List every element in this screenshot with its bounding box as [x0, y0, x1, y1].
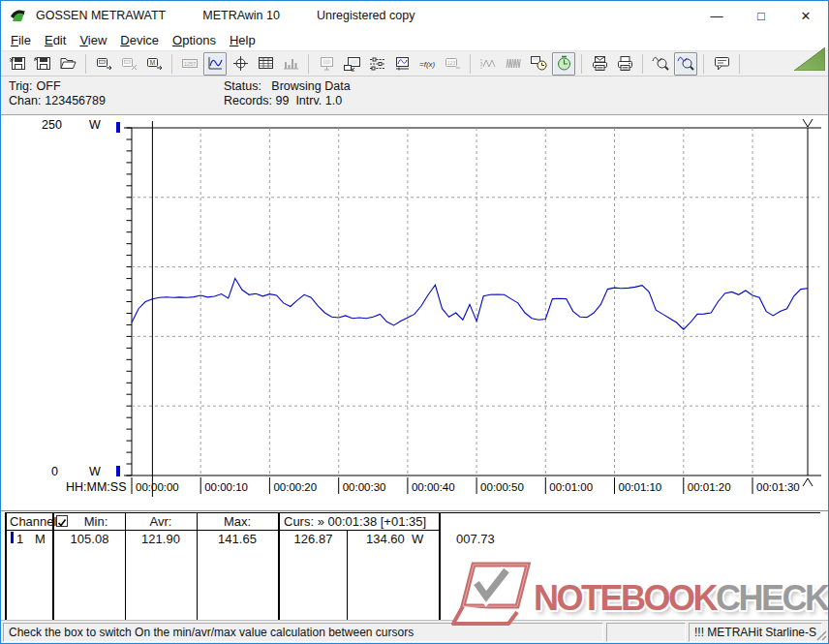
save-data-icon[interactable] — [6, 52, 29, 76]
svg-text:00:00:30: 00:00:30 — [343, 481, 386, 493]
title-brand: GOSSEN METRAWATT — [36, 9, 166, 22]
svg-text:00:00:50: 00:00:50 — [480, 481, 524, 493]
toolbar-separator — [739, 54, 740, 74]
svg-text:00:01:10: 00:01:10 — [619, 481, 662, 493]
svg-text:M: M — [149, 59, 154, 66]
open-file-icon[interactable] — [56, 52, 79, 76]
svg-text:00:00:00: 00:00:00 — [136, 481, 179, 493]
interval-value: 1.0 — [325, 94, 342, 107]
channel-marker-bottom — [116, 466, 120, 476]
device-stop-icon — [117, 52, 140, 76]
cursor-2-bottom-marker[interactable] — [803, 478, 813, 486]
watermark-word2: CHECK — [716, 581, 828, 616]
notebookcheck-watermark: NOTEBOOKCHECK — [450, 562, 828, 634]
menubar: FileEditViewDeviceOptionsHelp — [1, 30, 828, 50]
svg-text:00:01:00: 00:01:00 — [549, 481, 593, 493]
toolbar-separator — [308, 54, 309, 74]
cursor-column-header: Curs: » 00:01:38 [+01:35] — [284, 514, 426, 529]
notebookcheck-laptop-icon — [450, 562, 532, 634]
toolbar-buttons: M1257=f(x)123 — [5, 52, 745, 76]
svg-text:00:01:30: 00:01:30 — [756, 481, 800, 493]
power-trace — [132, 279, 808, 330]
toolbar-separator — [642, 54, 643, 74]
toolbar-separator — [85, 54, 86, 74]
menu-item-device[interactable]: Device — [118, 31, 169, 50]
delta-value: 007.73 — [456, 532, 495, 546]
status-value: Browsing Data — [271, 79, 350, 93]
timer-run-icon[interactable] — [552, 52, 575, 76]
acquisition-info-panel: Trig:OFF Chan:123456789 Status: Browsing… — [1, 77, 828, 115]
zoom-pan-icon[interactable] — [649, 52, 672, 76]
trig-label: Trig: — [9, 79, 33, 93]
read-device-icon[interactable] — [340, 52, 363, 76]
device-memory-icon[interactable]: M — [142, 52, 166, 76]
print-icon[interactable] — [613, 52, 636, 76]
channel-marker-top — [116, 122, 120, 133]
save-as-icon[interactable] — [31, 52, 54, 76]
numeric-display-icon: 1257 — [178, 52, 201, 76]
toolbar-separator — [581, 54, 582, 74]
check-icon — [57, 518, 67, 528]
channel-column-header: Channel: — [10, 514, 60, 529]
records-value: 99 — [276, 94, 290, 107]
toolbar-separator — [703, 54, 704, 74]
avr-value: 121.90 — [125, 532, 197, 546]
channel-number: 1 — [16, 532, 23, 546]
status-label: Status: — [224, 79, 261, 93]
menu-item-file[interactable]: File — [9, 31, 41, 50]
formula-icon[interactable]: =f(x) — [415, 52, 439, 76]
chan-label: Chan: — [9, 94, 41, 107]
y-axis-unit-top: W — [89, 118, 101, 132]
minmax-checkbox[interactable] — [56, 515, 68, 527]
maximize-button[interactable]: □ — [739, 9, 783, 23]
print-report-icon[interactable] — [588, 52, 611, 76]
menu-item-help[interactable]: Help — [228, 31, 265, 50]
title-license: Unregistered copy — [317, 9, 414, 22]
cursor-tool-icon[interactable] — [229, 52, 252, 76]
channel-mode: M — [35, 532, 46, 546]
device-send-icon[interactable] — [92, 52, 115, 76]
svg-text:00:00:10: 00:00:10 — [204, 481, 248, 493]
close-button[interactable]: ✕ — [783, 9, 828, 23]
live-view-icon[interactable] — [390, 52, 414, 76]
cursor2-value: 134.60 W — [366, 532, 423, 546]
histogram-view-icon — [279, 52, 302, 76]
svg-text:00:00:20: 00:00:20 — [273, 481, 317, 493]
interval-label: Intrv. — [295, 94, 322, 107]
menu-item-edit[interactable]: Edit — [43, 31, 76, 50]
cursor2-unit: W — [412, 532, 423, 546]
chart-area: 00:00:0000:00:1000:00:2000:00:3000:00:40… — [1, 115, 829, 510]
trig-value: OFF — [37, 79, 61, 93]
records-label: Records: — [224, 94, 272, 107]
svg-text:=f(x): =f(x) — [419, 60, 436, 69]
min-column-header: Min: — [69, 514, 123, 529]
toolbar: M1257=f(x)123 — [1, 50, 828, 77]
wave-dense-icon — [502, 52, 525, 76]
cursor-2-top-marker[interactable] — [803, 119, 813, 127]
svg-text:1257: 1257 — [183, 61, 195, 67]
toolbar-separator — [171, 54, 172, 74]
time-axis-label: HH:MM:SS — [66, 480, 127, 494]
wave-min-icon — [476, 52, 500, 76]
y-axis-unit-bottom: W — [89, 465, 101, 478]
title-app: METRAwin 10 — [202, 9, 280, 22]
minimize-button[interactable]: — — [694, 9, 739, 23]
zoom-select-icon[interactable] — [674, 52, 697, 76]
titlebar: GOSSEN METRAWATT METRAwin 10 Unregistere… — [1, 1, 828, 30]
table-view-icon[interactable] — [254, 52, 277, 76]
channel-setup-icon[interactable] — [365, 52, 388, 76]
svg-text:123: 123 — [446, 60, 455, 66]
menu-item-options[interactable]: Options — [170, 31, 226, 50]
menu-item-view[interactable]: View — [77, 31, 116, 50]
metrawin-window: GOSSEN METRAWATT METRAwin 10 Unregistere… — [0, 0, 829, 644]
channel-color-marker — [11, 532, 14, 543]
screen-copy-icon — [315, 52, 338, 76]
gmc-triangle-logo-icon — [794, 47, 825, 74]
chart-canvas[interactable]: 00:00:0000:00:1000:00:2000:00:3000:00:40… — [1, 115, 829, 510]
chart-view-icon[interactable] — [203, 52, 227, 76]
svg-text:00:00:40: 00:00:40 — [412, 481, 455, 493]
y-axis-min-label: 0 — [51, 465, 58, 478]
time-setup-icon[interactable] — [527, 52, 550, 76]
device-panel-icon: 123 — [441, 52, 464, 76]
annotation-icon[interactable] — [710, 52, 733, 76]
